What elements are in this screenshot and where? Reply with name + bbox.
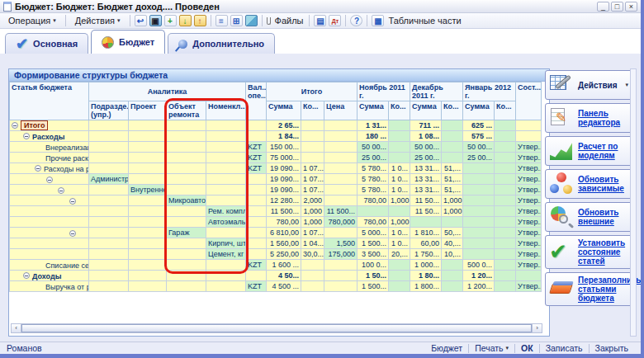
operation-menu[interactable]: Операция▾ xyxy=(3,15,61,26)
article-cell[interactable]: Расходы xyxy=(10,131,89,142)
grid-cell[interactable] xyxy=(246,238,267,249)
budget-button[interactable]: Бюджет xyxy=(425,343,468,353)
col-subheader[interactable]: Ко... xyxy=(495,101,516,120)
grid-cell[interactable] xyxy=(324,174,358,185)
grid-cell[interactable]: 25 00... xyxy=(358,153,389,163)
grid-cell[interactable] xyxy=(206,131,246,142)
grid-cell[interactable] xyxy=(246,271,267,281)
grid-cell[interactable]: 10,... xyxy=(442,249,463,260)
grid-cell[interactable] xyxy=(389,281,410,292)
grid-cell[interactable]: 1,500 xyxy=(324,238,358,249)
tab-budget[interactable]: Бюджет xyxy=(91,30,165,54)
grid-cell[interactable]: 1 08... xyxy=(410,131,442,142)
grid-cell[interactable] xyxy=(167,260,206,271)
side-button-editor-panel[interactable]: Панель редактора xyxy=(545,103,632,133)
grid-cell[interactable]: 1 04... xyxy=(301,238,324,249)
grid-cell[interactable] xyxy=(301,142,324,153)
grid-cell[interactable] xyxy=(89,163,129,174)
grid-cell[interactable] xyxy=(301,260,324,271)
grid-cell[interactable]: 2,000 xyxy=(301,195,324,206)
grid-cell[interactable] xyxy=(246,228,267,238)
grid-cell[interactable]: 30,0... xyxy=(301,249,324,260)
grid-cell[interactable]: 1 600 ... xyxy=(267,260,301,271)
load-icon[interactable]: ↓ xyxy=(179,15,192,26)
grid-cell[interactable]: 780,00 xyxy=(358,217,389,228)
save-button[interactable]: Записать xyxy=(540,343,589,353)
grid-cell[interactable]: Цемент, кг xyxy=(206,249,246,260)
help-icon[interactable]: ? xyxy=(350,15,362,26)
grid-cell[interactable]: 1 750... xyxy=(410,249,442,260)
grid-cell[interactable] xyxy=(129,174,167,185)
grid-cell[interactable]: 1 80... xyxy=(410,271,442,281)
grid-cell[interactable] xyxy=(246,217,267,228)
grid-cell[interactable]: 1 810... xyxy=(410,228,442,238)
grid-cell[interactable]: 13 31... xyxy=(410,185,442,195)
grid-cell[interactable] xyxy=(463,185,495,195)
grid-cell[interactable]: Утвер... xyxy=(516,281,542,292)
grid-cell[interactable]: 575 ... xyxy=(463,131,495,142)
side-button-actions[interactable]: Действия▾ xyxy=(545,70,632,100)
grid-cell[interactable] xyxy=(301,281,324,292)
dtkt-icon[interactable]: Дт xyxy=(329,15,341,26)
col-header-state[interactable]: Сост... xyxy=(516,82,542,120)
grid-cell[interactable] xyxy=(206,195,246,206)
grid-cell[interactable]: 11 500... xyxy=(267,206,301,217)
grid-cell[interactable]: Микроавто... xyxy=(167,195,206,206)
grid-cell[interactable]: Утвер... xyxy=(516,228,542,238)
grid-cell[interactable]: KZT xyxy=(246,281,267,292)
grid-cell[interactable]: 1 20... xyxy=(463,271,495,281)
expand-toggle-icon[interactable] xyxy=(69,230,76,237)
grid-cell[interactable]: KZT xyxy=(246,142,267,153)
grid-cell[interactable]: 13 31... xyxy=(410,163,442,174)
grid-cell[interactable]: Утвер... xyxy=(516,195,542,206)
grid-cell[interactable]: Утвер... xyxy=(516,174,542,185)
grid-cell[interactable]: 1,000 xyxy=(442,195,463,206)
grid-cell[interactable]: 780,000 xyxy=(324,217,358,228)
grid-cell[interactable] xyxy=(167,142,206,153)
grid-cell[interactable] xyxy=(324,195,358,206)
grid-cell[interactable] xyxy=(495,120,516,131)
grid-cell[interactable] xyxy=(301,271,324,281)
grid-cell[interactable] xyxy=(324,281,358,292)
grid-cell[interactable] xyxy=(129,120,167,131)
grid-cell[interactable]: 51,... xyxy=(442,163,463,174)
grid-cell[interactable]: 60,00 xyxy=(410,238,442,249)
ok-button[interactable]: ОК xyxy=(515,343,539,353)
grid-cell[interactable] xyxy=(129,281,167,292)
col-subheader[interactable]: Проект xyxy=(129,101,167,120)
side-button-refill-articles[interactable]: Перезаполнить статьями бюджета xyxy=(545,272,632,306)
grid-cell[interactable]: 1 07... xyxy=(301,163,324,174)
grid-cell[interactable]: Утвер... xyxy=(516,153,542,163)
grid-cell[interactable]: 1 50... xyxy=(358,271,389,281)
grid-cell[interactable] xyxy=(89,260,129,271)
col-subheader[interactable]: Ко... xyxy=(442,101,463,120)
grid-cell[interactable] xyxy=(442,120,463,131)
grid-cell[interactable] xyxy=(89,217,129,228)
grid-cell[interactable] xyxy=(167,131,206,142)
col-header-period[interactable]: Ноябрь 2011 г. xyxy=(358,82,410,101)
grid-cell[interactable] xyxy=(129,271,167,281)
grid-cell[interactable] xyxy=(206,260,246,271)
col-subheader[interactable]: Цена xyxy=(324,101,358,120)
grid-cell[interactable] xyxy=(129,260,167,271)
side-button-refresh-dependent[interactable]: Обновить зависимые xyxy=(545,169,632,199)
grid-cell[interactable] xyxy=(129,238,167,249)
grid-cell[interactable]: 1 07... xyxy=(301,174,324,185)
grid-cell[interactable]: 40,... xyxy=(442,238,463,249)
grid-cell[interactable] xyxy=(89,206,129,217)
grid-cell[interactable]: 51,... xyxy=(442,174,463,185)
grid-cell[interactable]: 20,... xyxy=(389,249,410,260)
grid-cell[interactable]: 1 0... xyxy=(389,174,410,185)
grid-cell[interactable]: Утвер... xyxy=(516,163,542,174)
grid-cell[interactable]: 180 ... xyxy=(358,131,389,142)
grid-cell[interactable]: 11 500... xyxy=(324,206,358,217)
article-cell[interactable] xyxy=(10,249,89,260)
grid-cell[interactable]: 1 0... xyxy=(389,163,410,174)
expand-toggle-icon[interactable] xyxy=(12,122,18,129)
article-cell[interactable] xyxy=(10,238,89,249)
grid-cell[interactable]: 19 090... xyxy=(267,163,301,174)
col-subheader[interactable]: Подразде... (упр.) xyxy=(89,101,129,120)
expand-toggle-icon[interactable] xyxy=(23,272,30,279)
article-cell[interactable]: Прочие раско... xyxy=(10,153,89,163)
grid-cell[interactable]: 1,000 xyxy=(301,217,324,228)
